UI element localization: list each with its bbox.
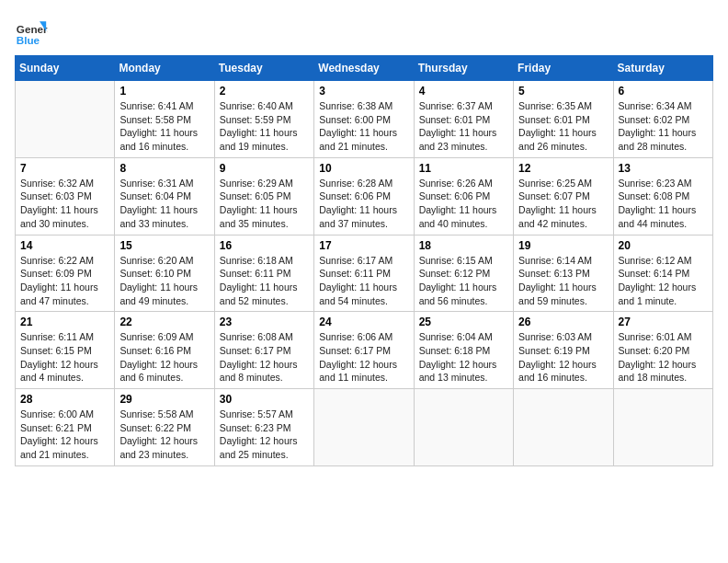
day-number: 29 <box>119 393 209 406</box>
day-info: Sunrise: 6:41 AM Sunset: 5:58 PM Dayligh… <box>119 99 209 154</box>
day-number: 27 <box>619 316 708 328</box>
calendar-cell: 26Sunrise: 6:03 AM Sunset: 6:19 PM Dayli… <box>514 312 613 389</box>
day-number: 7 <box>20 162 109 175</box>
day-number: 25 <box>419 316 508 328</box>
calendar-cell: 27Sunrise: 6:01 AM Sunset: 6:20 PM Dayli… <box>613 312 712 389</box>
calendar-cell: 30Sunrise: 5:57 AM Sunset: 6:23 PM Dayli… <box>214 389 313 466</box>
calendar-cell: 23Sunrise: 6:08 AM Sunset: 6:17 PM Dayli… <box>214 312 313 389</box>
calendar-cell: 2Sunrise: 6:40 AM Sunset: 5:59 PM Daylig… <box>214 81 313 158</box>
day-number: 5 <box>518 85 608 98</box>
calendar-cell: 29Sunrise: 5:58 AM Sunset: 6:22 PM Dayli… <box>115 389 214 466</box>
day-number: 4 <box>419 85 508 98</box>
calendar-cell: 3Sunrise: 6:38 AM Sunset: 6:00 PM Daylig… <box>314 81 414 158</box>
calendar-cell: 24Sunrise: 6:06 AM Sunset: 6:17 PM Dayli… <box>314 312 414 389</box>
calendar-cell: 11Sunrise: 6:26 AM Sunset: 6:06 PM Dayli… <box>414 157 513 235</box>
calendar-cell: 15Sunrise: 6:20 AM Sunset: 6:10 PM Dayli… <box>115 235 214 312</box>
calendar-cell: 22Sunrise: 6:09 AM Sunset: 6:16 PM Dayli… <box>115 312 214 389</box>
calendar-cell: 10Sunrise: 6:28 AM Sunset: 6:06 PM Dayli… <box>314 157 414 235</box>
day-number: 1 <box>119 85 209 98</box>
day-of-week-header: Friday <box>514 56 613 81</box>
calendar-cell <box>314 389 414 466</box>
logo-icon: General Blue <box>15 15 48 48</box>
day-number: 6 <box>619 85 708 98</box>
calendar-week-row: 21Sunrise: 6:11 AM Sunset: 6:15 PM Dayli… <box>16 312 713 389</box>
calendar-body: 1Sunrise: 6:41 AM Sunset: 5:58 PM Daylig… <box>16 81 713 466</box>
day-info: Sunrise: 6:18 AM Sunset: 6:11 PM Dayligh… <box>220 254 309 308</box>
calendar-cell: 8Sunrise: 6:31 AM Sunset: 6:04 PM Daylig… <box>115 157 214 235</box>
day-number: 2 <box>220 85 309 98</box>
calendar-cell: 17Sunrise: 6:17 AM Sunset: 6:11 PM Dayli… <box>314 235 414 312</box>
calendar-cell <box>414 389 513 466</box>
calendar-cell: 1Sunrise: 6:41 AM Sunset: 5:58 PM Daylig… <box>115 81 214 158</box>
day-info: Sunrise: 6:11 AM Sunset: 6:15 PM Dayligh… <box>20 330 109 385</box>
day-of-week-header: Sunday <box>16 56 115 81</box>
day-info: Sunrise: 6:20 AM Sunset: 6:10 PM Dayligh… <box>119 254 209 308</box>
logo: General Blue <box>15 15 48 48</box>
calendar-cell: 18Sunrise: 6:15 AM Sunset: 6:12 PM Dayli… <box>414 235 513 312</box>
day-info: Sunrise: 6:17 AM Sunset: 6:11 PM Dayligh… <box>319 254 408 308</box>
day-info: Sunrise: 6:25 AM Sunset: 6:07 PM Dayligh… <box>518 177 608 231</box>
day-info: Sunrise: 6:40 AM Sunset: 5:59 PM Dayligh… <box>220 99 309 154</box>
day-info: Sunrise: 6:03 AM Sunset: 6:19 PM Dayligh… <box>518 330 608 385</box>
calendar-week-row: 7Sunrise: 6:32 AM Sunset: 6:03 PM Daylig… <box>16 157 713 235</box>
day-of-week-header: Wednesday <box>314 56 414 81</box>
calendar-cell: 7Sunrise: 6:32 AM Sunset: 6:03 PM Daylig… <box>16 157 115 235</box>
day-info: Sunrise: 6:31 AM Sunset: 6:04 PM Dayligh… <box>119 177 209 231</box>
day-info: Sunrise: 6:26 AM Sunset: 6:06 PM Dayligh… <box>419 177 508 231</box>
day-number: 11 <box>419 162 508 175</box>
calendar-cell: 28Sunrise: 6:00 AM Sunset: 6:21 PM Dayli… <box>16 389 115 466</box>
day-info: Sunrise: 6:29 AM Sunset: 6:05 PM Dayligh… <box>220 177 309 231</box>
day-number: 19 <box>518 239 608 252</box>
calendar-header-row: SundayMondayTuesdayWednesdayThursdayFrid… <box>16 56 713 81</box>
day-number: 12 <box>518 162 608 175</box>
day-info: Sunrise: 6:28 AM Sunset: 6:06 PM Dayligh… <box>319 177 408 231</box>
day-number: 28 <box>20 393 109 406</box>
day-number: 16 <box>220 239 309 252</box>
day-info: Sunrise: 6:04 AM Sunset: 6:18 PM Dayligh… <box>419 330 508 385</box>
calendar-cell <box>514 389 613 466</box>
calendar-table: SundayMondayTuesdayWednesdayThursdayFrid… <box>15 55 713 466</box>
day-info: Sunrise: 6:09 AM Sunset: 6:16 PM Dayligh… <box>119 330 209 385</box>
day-info: Sunrise: 6:37 AM Sunset: 6:01 PM Dayligh… <box>419 99 508 154</box>
day-info: Sunrise: 6:32 AM Sunset: 6:03 PM Dayligh… <box>20 177 109 231</box>
day-number: 13 <box>619 162 708 175</box>
day-of-week-header: Saturday <box>613 56 712 81</box>
calendar-cell: 4Sunrise: 6:37 AM Sunset: 6:01 PM Daylig… <box>414 81 513 158</box>
day-info: Sunrise: 6:22 AM Sunset: 6:09 PM Dayligh… <box>20 254 109 308</box>
day-number: 18 <box>419 239 508 252</box>
day-info: Sunrise: 6:34 AM Sunset: 6:02 PM Dayligh… <box>619 99 708 154</box>
day-info: Sunrise: 6:00 AM Sunset: 6:21 PM Dayligh… <box>20 408 109 462</box>
day-number: 21 <box>20 316 109 328</box>
calendar-week-row: 28Sunrise: 6:00 AM Sunset: 6:21 PM Dayli… <box>16 389 713 466</box>
day-of-week-header: Thursday <box>414 56 513 81</box>
day-info: Sunrise: 6:35 AM Sunset: 6:01 PM Dayligh… <box>518 99 608 154</box>
calendar-cell: 16Sunrise: 6:18 AM Sunset: 6:11 PM Dayli… <box>214 235 313 312</box>
day-info: Sunrise: 6:01 AM Sunset: 6:20 PM Dayligh… <box>619 330 708 385</box>
day-info: Sunrise: 5:57 AM Sunset: 6:23 PM Dayligh… <box>220 408 309 462</box>
calendar-cell: 25Sunrise: 6:04 AM Sunset: 6:18 PM Dayli… <box>414 312 513 389</box>
day-info: Sunrise: 5:58 AM Sunset: 6:22 PM Dayligh… <box>119 408 209 462</box>
day-number: 17 <box>319 239 408 252</box>
day-info: Sunrise: 6:12 AM Sunset: 6:14 PM Dayligh… <box>619 254 708 308</box>
day-number: 9 <box>220 162 309 175</box>
calendar-cell <box>16 81 115 158</box>
calendar-cell: 6Sunrise: 6:34 AM Sunset: 6:02 PM Daylig… <box>613 81 712 158</box>
day-info: Sunrise: 6:08 AM Sunset: 6:17 PM Dayligh… <box>220 330 309 385</box>
day-info: Sunrise: 6:14 AM Sunset: 6:13 PM Dayligh… <box>518 254 608 308</box>
day-info: Sunrise: 6:38 AM Sunset: 6:00 PM Dayligh… <box>319 99 408 154</box>
calendar-cell: 9Sunrise: 6:29 AM Sunset: 6:05 PM Daylig… <box>214 157 313 235</box>
day-number: 22 <box>119 316 209 328</box>
day-number: 10 <box>319 162 408 175</box>
day-number: 26 <box>518 316 608 328</box>
page-header: General Blue <box>15 15 713 48</box>
day-number: 14 <box>20 239 109 252</box>
calendar-cell <box>613 389 712 466</box>
day-info: Sunrise: 6:15 AM Sunset: 6:12 PM Dayligh… <box>419 254 508 308</box>
day-info: Sunrise: 6:23 AM Sunset: 6:08 PM Dayligh… <box>619 177 708 231</box>
calendar-week-row: 1Sunrise: 6:41 AM Sunset: 5:58 PM Daylig… <box>16 81 713 158</box>
calendar-cell: 19Sunrise: 6:14 AM Sunset: 6:13 PM Dayli… <box>514 235 613 312</box>
day-number: 30 <box>220 393 309 406</box>
day-number: 8 <box>119 162 209 175</box>
calendar-cell: 12Sunrise: 6:25 AM Sunset: 6:07 PM Dayli… <box>514 157 613 235</box>
svg-text:Blue: Blue <box>17 34 40 46</box>
